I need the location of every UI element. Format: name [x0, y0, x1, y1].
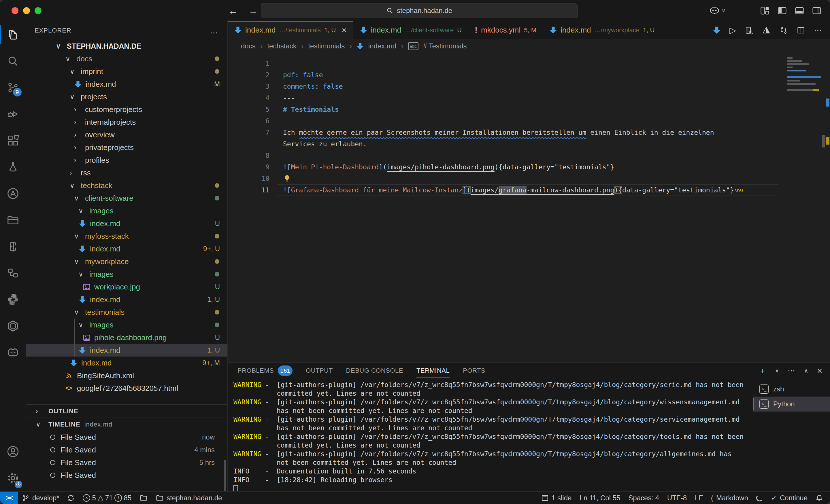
tree-item-docs[interactable]: ∨ docs — [26, 53, 227, 65]
tree-item-testimonials[interactable]: ∨ testimonials — [26, 306, 227, 318]
tree-item-imprint-index-md[interactable]: index.md M — [26, 78, 227, 91]
lightbulb-icon[interactable] — [283, 174, 291, 183]
tree-item-google-html[interactable]: <> googlef727264f56832057.html — [26, 382, 227, 395]
toggle-primary-sidebar-icon[interactable] — [777, 7, 787, 15]
chevron-down-icon[interactable]: ∨ — [775, 368, 779, 374]
project-folder-icon[interactable] — [0, 207, 26, 233]
minimap[interactable] — [787, 57, 821, 91]
tree-item-root[interactable]: ∨ STEPHAN.HADAN.DE — [26, 40, 227, 53]
maximize-panel-icon[interactable]: ∧ — [804, 367, 808, 374]
language-mode-item[interactable]: ( Markdown — [707, 492, 752, 504]
indentation-item[interactable]: Spaces: 4 — [624, 492, 663, 504]
tree-item-pihole-dashboard-png[interactable]: pihole-dashboard.png U — [26, 331, 227, 344]
explorer-more-actions-icon[interactable]: … — [210, 26, 219, 35]
tree-item-privateprojects[interactable]: › privateprojects — [26, 141, 227, 154]
explorer-icon[interactable] — [0, 21, 26, 48]
live-server-icon[interactable] — [0, 233, 26, 260]
timeline-section-header[interactable]: ∨ TIMELINE index.md — [26, 417, 227, 431]
timeline-entry[interactable]: File Saved 5 hrs — [26, 456, 227, 469]
tab-index-md-myworkplace[interactable]: index.md …/myworkplace 1, U — [543, 21, 661, 39]
source-control-icon[interactable]: 9 — [0, 74, 26, 101]
copilot-menu[interactable]: ∨ — [709, 0, 725, 21]
zoom-window-button[interactable] — [35, 7, 41, 14]
tab-problems[interactable]: PROBLEMS 161 — [237, 363, 292, 379]
run-icon[interactable]: ▷ — [729, 25, 736, 35]
close-window-button[interactable] — [11, 7, 19, 14]
tab-mkdocs-yml[interactable]: ! mkdocs.yml 5, M — [468, 21, 543, 39]
encoding-item[interactable]: UTF-8 — [663, 492, 691, 504]
back-button[interactable]: ← — [228, 5, 238, 16]
sync-item[interactable] — [63, 492, 79, 504]
tab-index-md-testimonials[interactable]: index.md …/testimonials 1, U × — [228, 21, 353, 39]
tree-item-myfoss-stack[interactable]: ∨ myfoss-stack — [26, 230, 227, 242]
hierarchy-icon[interactable] — [0, 260, 26, 286]
tab-output[interactable]: OUTPUT — [306, 363, 332, 379]
terminal-instance-zsh[interactable]: >_ zsh — [753, 381, 830, 397]
tree-item-rss[interactable]: › rss — [26, 166, 227, 179]
workspace-item[interactable]: stephan.hadan.de — [152, 492, 226, 504]
extensions-icon[interactable] — [0, 127, 26, 154]
marp-slides-item[interactable]: 1 slide — [537, 492, 576, 504]
ansible-icon[interactable] — [0, 180, 26, 207]
tree-item-client-software-index-md[interactable]: index.md U — [26, 217, 227, 230]
command-center[interactable]: stephan.hadan.de — [261, 3, 578, 18]
settings-gear-icon[interactable] — [0, 465, 26, 491]
tree-item-projects[interactable]: ∨ projects — [26, 91, 227, 103]
markdown-preview-icon[interactable] — [762, 26, 771, 35]
tree-item-myworkplace-index-md[interactable]: index.md 1, U — [26, 293, 227, 306]
breadcrumb-item[interactable]: techstack — [267, 42, 296, 50]
tab-ports[interactable]: PORTS — [463, 363, 485, 379]
markdown-download-icon[interactable] — [713, 26, 721, 34]
timeline-entry[interactable]: File Saved — [26, 469, 227, 481]
timeline-entry[interactable]: File Saved now — [26, 431, 227, 443]
breadc rumb-item[interactable]: testimonials — [308, 42, 345, 50]
open-preview-side-icon[interactable] — [745, 26, 753, 35]
python-icon[interactable] — [0, 286, 26, 313]
more-actions-icon[interactable]: ⋯ — [814, 25, 822, 35]
timeline-entry[interactable]: File Saved 4 mins — [26, 443, 227, 456]
tree-item-workplace-jpg[interactable]: workplace.jpg U — [26, 280, 227, 293]
tree-item-client-software-images[interactable]: ∨ images — [26, 204, 227, 217]
customize-layout-icon[interactable] — [760, 7, 769, 15]
notifications-item[interactable] — [811, 492, 830, 504]
breadcrumb-item[interactable]: index.md — [368, 42, 396, 50]
tree-item-customerprojects[interactable]: › customerprojects — [26, 103, 227, 116]
scrollbar[interactable] — [224, 460, 226, 491]
toggle-secondary-sidebar-icon[interactable] — [812, 7, 821, 15]
code-editor[interactable]: 1--- 2pdf: false 3comments: false 4--- 5… — [228, 53, 830, 362]
tree-item-myfoss-index-md[interactable]: index.md 9+, U — [26, 242, 227, 255]
cursor-position-item[interactable]: Ln 11, Col 55 — [576, 492, 624, 504]
tab-terminal[interactable]: TERMINAL — [416, 363, 450, 379]
forward-button[interactable]: → — [248, 5, 258, 16]
tree-item-techstack[interactable]: ∨ techstack — [26, 179, 227, 192]
tab-index-md-client-software[interactable]: index.md …/client-software U — [353, 21, 468, 39]
terminal-instance-python[interactable]: >_ Python — [753, 397, 830, 411]
tree-item-overview[interactable]: › overview — [26, 129, 227, 141]
close-panel-icon[interactable]: × — [817, 366, 823, 376]
copilot-chat-icon[interactable] — [0, 339, 26, 366]
more-actions-icon[interactable]: ⋯ — [788, 366, 795, 375]
tree-item-client-software[interactable]: ∨ client-software — [26, 192, 227, 204]
tree-item-docs-index-md[interactable]: index.md 9+, M — [26, 357, 227, 369]
minimize-window-button[interactable] — [23, 7, 30, 14]
split-editor-icon[interactable] — [797, 26, 805, 35]
terminal-output[interactable]: WARNING-[git-authors-plugin] /var/folder… — [228, 379, 753, 491]
tree-item-bingsiteauth-xml[interactable]: BingSiteAuth.xml — [26, 369, 227, 382]
tab-debug-console[interactable]: DEBUG CONSOLE — [346, 363, 403, 379]
problems-item[interactable]: × 5 △ 71 i 85 — [79, 492, 135, 504]
breadcrumb-item[interactable]: docs — [241, 42, 256, 50]
continue-item[interactable]: ✓ Continue — [767, 492, 811, 504]
scrollbar-slider[interactable] — [822, 135, 825, 147]
eol-item[interactable]: LF — [691, 492, 707, 504]
tree-item-imprint[interactable]: ∨ imprint — [26, 65, 227, 78]
testing-icon[interactable] — [0, 154, 26, 180]
breadcrumb-item[interactable]: # Testimonials — [423, 42, 467, 50]
tree-item-testimonials-index-md[interactable]: index.md 1, U — [26, 344, 227, 357]
tree-item-internalprojects[interactable]: › internalprojects — [26, 116, 227, 129]
tree-item-myworkplace-images[interactable]: ∨ images — [26, 268, 227, 280]
podman-icon[interactable] — [0, 313, 26, 339]
toggle-panel-icon[interactable] — [795, 7, 804, 15]
git-branch-item[interactable]: develop* — [18, 492, 63, 504]
tree-item-testimonials-images[interactable]: ∨ images — [26, 318, 227, 331]
new-terminal-icon[interactable]: ＋ — [759, 366, 767, 376]
